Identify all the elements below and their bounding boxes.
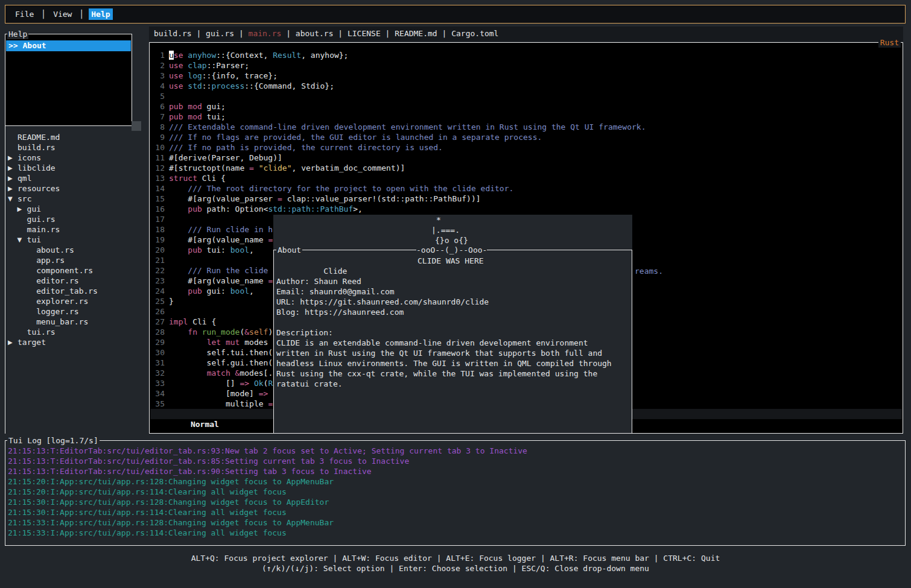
code-token: #[arg(value_name bbox=[169, 276, 268, 285]
tab-gui.rs[interactable]: gui.rs bbox=[206, 29, 234, 38]
tab-Cargo.toml[interactable]: Cargo.toml bbox=[451, 29, 498, 38]
line-number: 25 bbox=[155, 296, 165, 306]
code-token: /// Extendable command-line driven devel… bbox=[169, 122, 646, 131]
tree-item-gui.rs[interactable]: gui.rs bbox=[5, 214, 144, 224]
code-token: anyhow bbox=[188, 51, 216, 60]
line-number: 20 bbox=[155, 245, 165, 255]
code-line: 13struct Cli { bbox=[155, 173, 902, 183]
code-token bbox=[169, 204, 188, 213]
line-number: 12 bbox=[155, 163, 165, 173]
line-number: 3 bbox=[155, 71, 165, 81]
code-token: path: Option< bbox=[202, 204, 268, 213]
about-popup-line: Email: shaunrd0@gmail.com bbox=[276, 286, 632, 297]
code-token: match bbox=[207, 368, 230, 378]
code-token bbox=[169, 368, 207, 378]
tree-item-label: explorer.rs bbox=[36, 296, 88, 306]
tree-item-editor.rs[interactable]: editor.rs bbox=[5, 276, 144, 286]
tree-item-label: tui.rs bbox=[27, 327, 56, 337]
line-number: 22 bbox=[155, 265, 165, 276]
code-token: use bbox=[169, 81, 183, 90]
log-entry: 21:15:30:I:App:src/tui/app.rs:128:Changi… bbox=[8, 497, 905, 507]
tree-item-label: libclide bbox=[17, 163, 56, 173]
tree-item-about.rs[interactable]: about.rs bbox=[5, 245, 144, 255]
tree-item-build.rs[interactable]: build.rs bbox=[5, 142, 144, 153]
tree-item-app.rs[interactable]: app.rs bbox=[5, 255, 144, 265]
code-token: std bbox=[188, 81, 202, 90]
code-token: /// Run the clide bbox=[169, 266, 273, 275]
dropdown-scrollbar-thumb[interactable] bbox=[132, 121, 141, 131]
log-entry: 21:15:33:I:App:src/tui/app.rs:114:Cleari… bbox=[8, 528, 905, 538]
tree-item-icons[interactable]: ▶icons bbox=[5, 153, 144, 163]
menu-item-file[interactable]: File bbox=[13, 8, 36, 20]
tree-item-label: icons bbox=[17, 153, 41, 163]
chevron-down-icon: ▼ bbox=[8, 194, 17, 204]
code-token: pub bbox=[169, 102, 183, 111]
line-number: 24 bbox=[155, 286, 165, 296]
code-token: ::{Command, Stdio}; bbox=[244, 81, 334, 90]
code-token: R bbox=[268, 379, 273, 388]
line-number: 35 bbox=[155, 399, 165, 409]
code-token: Cli { bbox=[197, 174, 226, 183]
menu-item-help[interactable]: Help bbox=[89, 8, 112, 20]
tree-item-component.rs[interactable]: component.rs bbox=[5, 265, 144, 276]
tree-item-label: gui.rs bbox=[27, 214, 56, 224]
code-token: = bbox=[268, 276, 273, 285]
code-token: tui: bbox=[202, 245, 230, 254]
code-token: ::{info, trace}; bbox=[202, 71, 278, 80]
code-token: bool bbox=[230, 245, 249, 254]
tree-item-menu_bar.rs[interactable]: menu_bar.rs bbox=[5, 317, 144, 327]
tree-item-logger.rs[interactable]: logger.rs bbox=[5, 306, 144, 317]
code-token bbox=[197, 327, 202, 337]
tab-README.md[interactable]: README.md bbox=[395, 29, 437, 38]
code-token bbox=[230, 368, 235, 378]
code-line: 7pub mod tui; bbox=[155, 112, 902, 122]
tree-item-target[interactable]: ▶target bbox=[5, 337, 144, 347]
dropdown-item-about[interactable]: >> About bbox=[6, 40, 131, 51]
code-token: /// If no path is provided, the current … bbox=[169, 143, 443, 152]
code-token: Result bbox=[273, 51, 301, 60]
line-number: 19 bbox=[155, 235, 165, 245]
line-number: 17 bbox=[155, 214, 165, 224]
line-number: 28 bbox=[155, 327, 165, 337]
tab-main.rs[interactable]: main.rs bbox=[249, 29, 282, 38]
tree-item-tui.rs[interactable]: tui.rs bbox=[5, 327, 144, 337]
about-popup-line bbox=[276, 266, 632, 276]
tree-item-editor_tab.rs[interactable]: editor_tab.rs bbox=[5, 286, 144, 296]
tree-item-gui[interactable]: ▶gui bbox=[5, 204, 144, 214]
code-line: 12#[structopt(name = "clide", verbatim_d… bbox=[155, 163, 902, 173]
tree-item-label: editor_tab.rs bbox=[36, 286, 98, 296]
code-line: 9/// If no flags are provided, the GUI e… bbox=[155, 132, 902, 142]
line-number: 9 bbox=[155, 132, 165, 142]
about-popup-line: written in Rust using the Qt UI framewor… bbox=[276, 348, 632, 358]
tab-separator: | bbox=[333, 29, 347, 38]
menu-item-view[interactable]: View bbox=[51, 8, 74, 20]
code-token: , verbatim_doc_comment)] bbox=[292, 163, 405, 172]
code-token bbox=[249, 379, 254, 388]
help-dropdown-title: Help bbox=[7, 29, 28, 39]
tree-item-resources[interactable]: ▶resources bbox=[5, 183, 144, 194]
code-token: log bbox=[188, 71, 202, 80]
code-token: [mode] bbox=[169, 389, 259, 398]
line-number: 26 bbox=[155, 306, 165, 317]
code-token: std::path::PathBuf bbox=[268, 204, 353, 213]
tab-about.rs[interactable]: about.rs bbox=[296, 29, 334, 38]
tree-item-label: README.md bbox=[17, 132, 60, 142]
tree-item-libclide[interactable]: ▶libclide bbox=[5, 163, 144, 173]
tree-item-README.md[interactable]: README.md bbox=[5, 132, 144, 142]
tree-item-tui[interactable]: ▼tui bbox=[5, 235, 144, 245]
tab-build.rs[interactable]: build.rs bbox=[154, 29, 192, 38]
tree-item-explorer.rs[interactable]: explorer.rs bbox=[5, 296, 144, 306]
about-popup: *|.===.{}o o{} About -ooO--(_)--Ooo- Cli… bbox=[273, 215, 632, 434]
tree-item-qml[interactable]: ▶qml bbox=[5, 173, 144, 183]
code-token: ::Parser; bbox=[207, 61, 249, 70]
code-token: self.tui.then( bbox=[169, 348, 273, 357]
line-number: 29 bbox=[155, 337, 165, 347]
code-token: mut bbox=[226, 338, 240, 347]
code-token: , anyhow}; bbox=[301, 51, 348, 60]
tab-LICENSE[interactable]: LICENSE bbox=[348, 29, 381, 38]
tree-item-main.rs[interactable]: main.rs bbox=[5, 224, 144, 235]
tree-item-src[interactable]: ▼src bbox=[5, 194, 144, 204]
tree-item-label: gui bbox=[27, 204, 41, 214]
code-token: , bbox=[249, 245, 254, 254]
about-popup-line: headless Linux environments. The GUI is … bbox=[276, 358, 632, 368]
